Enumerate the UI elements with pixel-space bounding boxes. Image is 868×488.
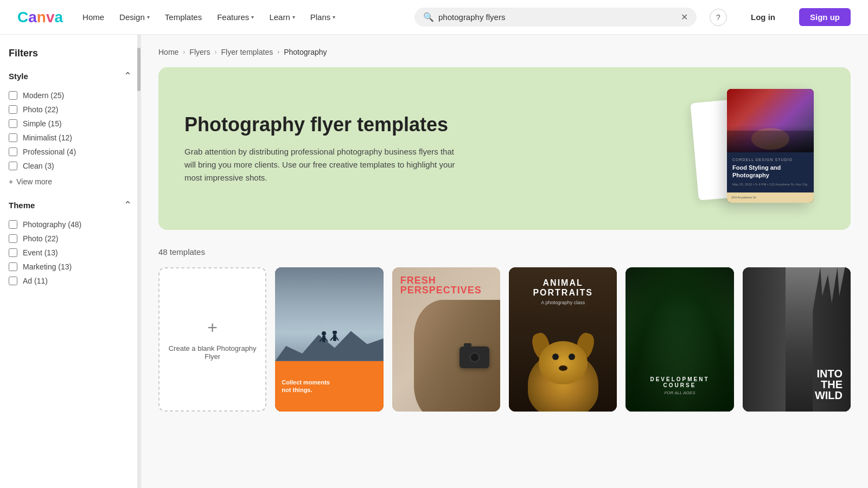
minimalist-checkbox[interactable] [9, 133, 17, 142]
main-nav: Home Design ▾ Templates Features ▾ Learn… [76, 8, 342, 26]
nav-learn[interactable]: Learn ▾ [263, 8, 301, 26]
login-button[interactable]: Log in [740, 8, 786, 26]
template-card-animal-portraits[interactable]: ANIMALPORTRAITS A photography class [509, 267, 617, 412]
modern-checkbox[interactable] [9, 91, 17, 100]
flyer-card-title: Food Styling and Photography [732, 164, 808, 179]
chevron-down-icon: ▾ [292, 14, 295, 20]
filter-photo-theme[interactable]: Photo (22) [9, 232, 132, 246]
breadcrumb: Home › Flyers › Flyer templates › Photog… [158, 48, 851, 56]
sidebar-filters: Filters Style ⌃ Modern (25) Photo (22) S… [0, 35, 141, 488]
search-input[interactable] [438, 12, 676, 22]
theme-filter-section: Theme ⌃ Photography (48) Photo (22) Even… [9, 199, 132, 288]
scrollbar-track[interactable] [137, 35, 141, 488]
flyer-card-body: CORDELL DESIGN STUDIO Food Styling and P… [727, 152, 814, 192]
main-content: Home › Flyers › Flyer templates › Photog… [141, 35, 868, 488]
filter-simple[interactable]: Simple (15) [9, 117, 132, 131]
filter-photo[interactable]: Photo (22) [9, 102, 132, 117]
clear-search-icon[interactable]: ✕ [681, 12, 688, 22]
view-more-style[interactable]: + View more [9, 175, 132, 188]
search-icon: 🔍 [423, 12, 434, 22]
photography-theme-checkbox[interactable] [9, 220, 17, 229]
filter-ad[interactable]: Ad (11) [9, 274, 132, 288]
signup-button[interactable]: Sign up [799, 8, 851, 26]
hero-image: CORDELL DESIGN STUDIO Food Styling and P… [684, 89, 825, 208]
create-blank-plus-icon: + [207, 318, 218, 338]
template-card-development-course[interactable]: DEVELOPMENTcourse FOR ALL AGES [626, 267, 733, 412]
filter-marketing[interactable]: Marketing (13) [9, 260, 132, 274]
hero-title: Photography flyer templates [184, 113, 456, 136]
nav-features[interactable]: Features ▾ [210, 8, 260, 26]
professional-checkbox[interactable] [9, 147, 17, 156]
chevron-down-icon: ▾ [251, 14, 254, 20]
site-header: Canva Home Design ▾ Templates Features ▾… [0, 0, 868, 35]
flyer-card-address: 234 Anywhere St [731, 196, 756, 199]
ad-checkbox[interactable] [9, 277, 17, 285]
filter-event[interactable]: Event (13) [9, 246, 132, 260]
breadcrumb-sep-1: › [183, 48, 185, 56]
nav-plans[interactable]: Plans ▾ [304, 8, 342, 26]
help-button[interactable]: ? [710, 9, 727, 26]
hero-description: Grab attention by distributing professio… [184, 145, 456, 184]
collapse-theme-icon[interactable]: ⌃ [124, 199, 132, 211]
templates-grid: + Create a blank Photography Flyer [158, 267, 851, 412]
breadcrumb-current: Photography [284, 48, 327, 56]
nav-templates[interactable]: Templates [158, 8, 208, 26]
scrollbar-thumb[interactable] [137, 48, 141, 91]
flyer-card-date: May 25, 2022 • 5–9 PM • 123 Anywhere St,… [732, 182, 808, 187]
breadcrumb-sep-3: › [277, 48, 279, 56]
canva-logo[interactable]: Canva [17, 9, 63, 26]
filters-heading: Filters [9, 48, 132, 59]
plus-icon: + [9, 177, 13, 186]
style-section-title: Style [9, 72, 28, 81]
photo-theme-checkbox[interactable] [9, 234, 17, 243]
breadcrumb-flyer-templates[interactable]: Flyer templates [221, 48, 273, 56]
main-layout: Filters Style ⌃ Modern (25) Photo (22) S… [0, 35, 868, 488]
templates-count: 48 templates [158, 247, 851, 256]
template-card-collect-moments[interactable]: Collect momentsnot things. [275, 267, 383, 412]
breadcrumb-home[interactable]: Home [158, 48, 178, 56]
style-section-header[interactable]: Style ⌃ [9, 70, 132, 82]
chevron-down-icon: ▾ [333, 14, 335, 20]
hero-banner: Photography flyer templates Grab attenti… [158, 67, 851, 230]
filter-clean[interactable]: Clean (3) [9, 159, 132, 173]
filter-modern[interactable]: Modern (25) [9, 88, 132, 102]
filter-professional[interactable]: Professional (4) [9, 145, 132, 159]
marketing-checkbox[interactable] [9, 262, 17, 271]
flyer-card-footer: 234 Anywhere St [727, 192, 814, 203]
nav-home[interactable]: Home [76, 8, 111, 26]
filter-photography[interactable]: Photography (48) [9, 217, 132, 232]
filter-minimalist[interactable]: Minimalist (12) [9, 131, 132, 145]
flyer-card-image [727, 89, 814, 152]
theme-section-title: Theme [9, 201, 35, 210]
flyer-card-front: CORDELL DESIGN STUDIO Food Styling and P… [727, 89, 814, 203]
breadcrumb-sep-2: › [214, 48, 216, 56]
photo-style-checkbox[interactable] [9, 105, 17, 114]
simple-checkbox[interactable] [9, 119, 17, 128]
search-bar: 🔍 ✕ [414, 8, 697, 27]
template-card-into-the-wild[interactable]: INTOTHEWILD [743, 267, 851, 412]
create-blank-card[interactable]: + Create a blank Photography Flyer [158, 267, 266, 412]
collapse-style-icon[interactable]: ⌃ [124, 70, 132, 82]
nav-design[interactable]: Design ▾ [113, 8, 156, 26]
hero-text-block: Photography flyer templates Grab attenti… [184, 113, 456, 184]
clean-checkbox[interactable] [9, 162, 17, 170]
theme-section-header[interactable]: Theme ⌃ [9, 199, 132, 211]
flyer-card-studio: CORDELL DESIGN STUDIO [732, 158, 808, 162]
create-blank-label: Create a blank Photography Flyer [159, 344, 265, 361]
chevron-down-icon: ▾ [147, 14, 150, 20]
event-checkbox[interactable] [9, 248, 17, 257]
breadcrumb-flyers[interactable]: Flyers [189, 48, 210, 56]
template-card-fresh-perspectives[interactable]: FRESHPERSPECTIVES [392, 267, 500, 412]
style-filter-section: Style ⌃ Modern (25) Photo (22) Simple (1… [9, 70, 132, 188]
